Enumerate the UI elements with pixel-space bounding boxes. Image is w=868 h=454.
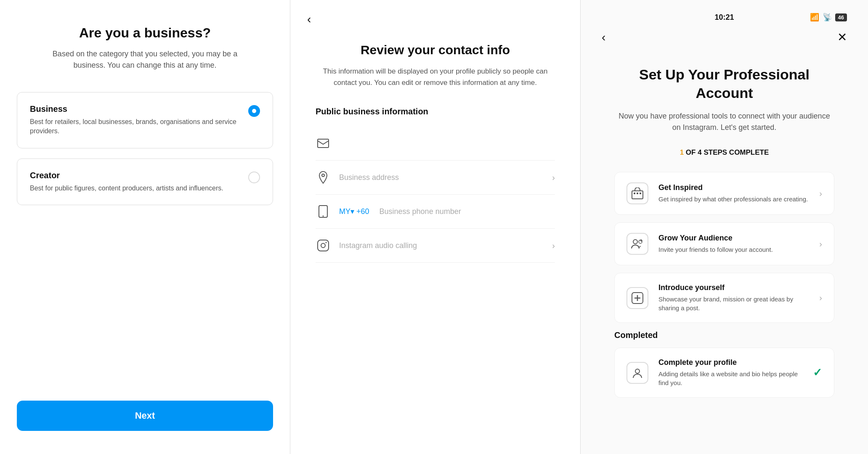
panel-contact-info: ‹ Review your contact info This informat… [290,0,581,454]
address-row[interactable]: Business address › [316,161,555,195]
complete-profile-checkmark: ✓ [813,366,822,379]
svg-point-3 [323,216,324,217]
steps-total: 4 [698,148,701,156]
audio-calling-row[interactable]: Instagram audio calling › [316,229,555,263]
creator-option-desc: Best for public figures, content produce… [30,184,240,193]
section-label: Public business information [316,107,555,116]
wifi-icon: 📡 [823,13,832,22]
grow-audience-title: Grow Your Audience [658,234,809,243]
introduce-content: Introduce yourself Showcase your brand, … [658,283,809,312]
panel-professional-setup: 10:21 📶 📡 46 ‹ ✕ Set Up Your Professiona… [581,0,868,454]
time-display: 10:21 [714,13,734,22]
address-placeholder: Business address [339,173,544,182]
svg-rect-10 [640,193,641,194]
complete-profile-content: Complete your profile Adding details lik… [658,358,803,387]
step-introduce[interactable]: Introduce yourself Showcase your brand, … [614,273,834,323]
instagram-icon [316,238,331,253]
status-bar: 10:21 📶 📡 46 [581,0,868,22]
audio-placeholder: Instagram audio calling [339,241,544,250]
battery-badge: 46 [835,13,847,21]
email-icon [316,136,331,151]
steps-progress: 1 OF 4 STEPS COMPLETE [614,148,834,157]
phone-row[interactable]: MY▾ +60 Business phone number [316,195,555,229]
grow-audience-chevron: › [819,239,822,249]
svg-point-1 [322,174,324,177]
get-inspired-icon [626,182,648,204]
introduce-icon [626,287,648,309]
panel3-back-button[interactable]: ‹ [602,31,605,44]
complete-profile-desc: Adding details like a website and bio he… [658,370,803,387]
introduce-title: Introduce yourself [658,283,809,292]
svg-rect-9 [637,193,638,194]
completed-label: Completed [614,330,834,340]
steps-of: OF [686,148,698,156]
panel2-body: Review your contact info This informatio… [290,26,580,263]
panel3-nav: ‹ ✕ [581,22,868,44]
svg-rect-8 [634,193,635,194]
phone-placeholder: Business phone number [380,207,555,216]
svg-point-5 [321,243,325,248]
creator-radio[interactable] [248,172,260,183]
steps-suffix: STEPS COMPLETE [703,148,769,156]
creator-option-card[interactable]: Creator Best for public figures, content… [17,158,273,205]
audio-chevron: › [552,241,555,251]
back-button[interactable]: ‹ [290,0,328,26]
business-option-card[interactable]: Business Best for retailers, local busin… [17,92,273,148]
panel2-title: Review your contact info [316,43,555,57]
grow-audience-content: Grow Your Audience Invite your friends t… [658,234,809,254]
signal-icon: 📶 [810,13,819,22]
svg-point-14 [635,369,640,373]
panel-business-type: Are you a business? Based on the categor… [0,0,290,454]
creator-option-content: Creator Best for public figures, content… [30,171,240,193]
svg-rect-0 [318,139,329,148]
svg-point-11 [633,240,637,244]
panel3-subtitle: Now you have professional tools to conne… [614,111,834,133]
status-bar-content: 10:21 [683,13,765,22]
svg-rect-4 [318,240,329,251]
phone-country-selector[interactable]: MY▾ +60 [339,207,369,216]
get-inspired-content: Get Inspired Get inspired by what other … [658,183,809,203]
complete-profile-title: Complete your profile [658,358,803,367]
email-row[interactable] [316,127,555,161]
phone-icon [316,204,331,219]
grow-audience-desc: Invite your friends to follow your accou… [658,245,809,254]
get-inspired-desc: Get inspired by what other professionals… [658,195,809,203]
svg-point-6 [326,242,327,243]
introduce-desc: Showcase your brand, mission or great id… [658,295,809,312]
business-radio[interactable] [248,105,260,117]
complete-profile-icon [626,362,648,384]
panel1-subtitle: Based on the category that you selected,… [48,48,242,71]
step-complete-profile[interactable]: Complete your profile Adding details lik… [614,348,834,398]
business-option-desc: Best for retailers, local businesses, br… [30,117,240,136]
get-inspired-title: Get Inspired [658,183,809,192]
panel2-subtitle: This information will be displayed on yo… [316,66,555,88]
creator-option-title: Creator [30,171,240,180]
step-grow-audience[interactable]: Grow Your Audience Invite your friends t… [614,222,834,265]
svg-rect-7 [632,191,643,199]
steps-current: 1 [680,148,684,156]
panel3-body: Set Up Your Professional Account Now you… [581,44,868,405]
grow-audience-icon [626,233,648,255]
panel3-title: Set Up Your Professional Account [614,65,834,102]
business-option-title: Business [30,104,240,114]
location-icon [316,170,331,185]
next-button[interactable]: Next [17,401,273,431]
get-inspired-chevron: › [819,189,822,198]
business-option-content: Business Best for retailers, local busin… [30,104,240,136]
step-get-inspired[interactable]: Get Inspired Get inspired by what other … [614,172,834,215]
introduce-chevron: › [819,293,822,303]
panel1-title: Are you a business? [79,25,211,41]
address-chevron: › [552,173,555,182]
panel3-close-button[interactable]: ✕ [837,30,847,44]
